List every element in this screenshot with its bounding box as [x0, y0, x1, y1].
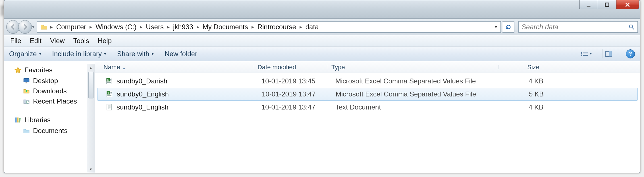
desktop-icon: [23, 77, 30, 85]
organize-button[interactable]: Organize▼: [9, 50, 42, 58]
sidebar-item-downloads[interactable]: Downloads: [12, 86, 87, 96]
svg-rect-6: [581, 52, 582, 53]
svg-rect-11: [583, 55, 588, 56]
preview-pane-button[interactable]: [603, 49, 614, 58]
file-size: 4 KB: [502, 103, 554, 111]
svg-rect-7: [581, 53, 582, 54]
breadcrumb-sep[interactable]: ▸: [167, 24, 170, 30]
breadcrumb-item[interactable]: Users: [143, 22, 167, 32]
svg-rect-31: [107, 95, 111, 96]
file-row[interactable]: sundby0_English10-01-2019 13:47Text Docu…: [97, 101, 638, 114]
column-type[interactable]: Type: [328, 64, 498, 71]
text-file-icon: [105, 103, 113, 111]
svg-point-4: [630, 25, 633, 28]
menu-help[interactable]: Help: [94, 36, 116, 46]
breadcrumb-item[interactable]: Computer: [53, 22, 89, 32]
svg-rect-35: [108, 108, 110, 108]
scroll-thumb[interactable]: [88, 72, 94, 98]
back-button[interactable]: [6, 20, 20, 34]
maximize-button[interactable]: [598, 0, 616, 9]
svg-text:X: X: [107, 79, 109, 81]
search-input[interactable]: Search data: [518, 21, 638, 33]
sidebar-item-label: Recent Places: [33, 97, 77, 105]
sort-indicator-icon: ▴: [123, 66, 125, 70]
breadcrumb-item[interactable]: My Documents: [200, 22, 251, 32]
svg-rect-29: [111, 92, 112, 93]
include-in-library-button[interactable]: Include in library▼: [52, 50, 107, 58]
minimize-button[interactable]: [579, 0, 598, 9]
column-headers: Name▴ Date modified Type Size: [95, 62, 640, 73]
breadcrumb-sep[interactable]: ▸: [251, 24, 255, 30]
scroll-down-icon[interactable]: ▼: [89, 166, 93, 173]
file-date: 10-01-2019 13:47: [258, 90, 332, 98]
titlebar: [4, 0, 640, 19]
file-row[interactable]: Xsundby0_Danish10-01-2019 13:45Microsoft…: [97, 75, 638, 88]
nav-buttons: ▼: [6, 20, 35, 34]
address-bar[interactable]: ▸ Computer ▸ Windows (C:) ▸ Users ▸ jkh9…: [37, 21, 501, 33]
libraries-icon: [14, 116, 22, 124]
excel-csv-icon: X: [105, 77, 113, 85]
sidebar-libraries[interactable]: Libraries: [12, 114, 87, 126]
breadcrumb-sep[interactable]: ▸: [196, 24, 200, 30]
svg-rect-8: [581, 55, 582, 56]
breadcrumb-sep[interactable]: ▸: [299, 24, 303, 30]
scroll-up-icon[interactable]: ▲: [89, 64, 93, 71]
svg-rect-1: [605, 3, 609, 7]
sidebar: Favorites Desktop Downloads Recent Place…: [4, 62, 95, 173]
menu-view[interactable]: View: [46, 36, 69, 46]
forward-button[interactable]: [18, 20, 32, 34]
svg-rect-24: [110, 81, 112, 81]
file-type: Text Document: [332, 103, 502, 111]
menu-tools[interactable]: Tools: [69, 36, 93, 46]
sidebar-item-label: Downloads: [33, 87, 67, 95]
breadcrumb-item[interactable]: Windows (C:): [93, 22, 139, 32]
breadcrumb-item[interactable]: Rintrocourse: [255, 22, 299, 32]
svg-rect-32: [107, 104, 111, 110]
breadcrumb-item[interactable]: jkh933: [170, 22, 196, 32]
menu-file[interactable]: File: [6, 36, 25, 46]
column-name[interactable]: Name▴: [95, 64, 254, 71]
view-options-button[interactable]: ▼: [581, 49, 592, 58]
file-row[interactable]: Xsundby0_English10-01-2019 13:47Microsof…: [97, 88, 638, 101]
svg-rect-17: [15, 117, 16, 122]
svg-rect-25: [107, 82, 111, 83]
share-with-button[interactable]: Share with▼: [117, 50, 154, 58]
address-dropdown[interactable]: ▾: [493, 24, 499, 30]
file-name: sundby0_Danish: [117, 77, 167, 85]
svg-rect-19: [18, 118, 20, 123]
svg-rect-14: [24, 78, 29, 82]
column-size[interactable]: Size: [498, 64, 550, 71]
breadcrumb-sep[interactable]: ▸: [89, 24, 93, 30]
column-date[interactable]: Date modified: [254, 64, 328, 71]
svg-rect-34: [108, 107, 110, 107]
file-list: Name▴ Date modified Type Size Xsundby0_D…: [95, 62, 640, 173]
svg-rect-10: [583, 54, 588, 54]
menu-bar: File Edit View Tools Help: [4, 35, 640, 47]
file-type: Microsoft Excel Comma Separated Values F…: [332, 90, 503, 98]
refresh-button[interactable]: [502, 21, 514, 33]
sidebar-favorites[interactable]: Favorites: [12, 64, 87, 76]
sidebar-label: Favorites: [24, 66, 53, 74]
close-button[interactable]: [616, 0, 639, 9]
sidebar-item-documents[interactable]: Documents: [12, 126, 87, 136]
new-folder-button[interactable]: New folder: [165, 50, 197, 58]
svg-rect-18: [17, 117, 18, 122]
folder-icon: [40, 23, 48, 31]
breadcrumb-item[interactable]: data: [303, 22, 322, 32]
file-size: 4 KB: [502, 77, 554, 85]
help-button[interactable]: ?: [626, 49, 635, 58]
recent-icon: [23, 98, 30, 105]
menu-edit[interactable]: Edit: [26, 36, 45, 46]
sidebar-scrollbar[interactable]: ▲ ▼: [87, 64, 95, 173]
sidebar-item-desktop[interactable]: Desktop: [12, 76, 87, 86]
search-placeholder: Search data: [522, 23, 628, 31]
svg-text:X: X: [107, 92, 109, 94]
breadcrumb-sep[interactable]: ▸: [139, 24, 143, 30]
sidebar-item-label: Desktop: [33, 77, 58, 85]
explorer-window: ▼ ▸ Computer ▸ Windows (C:) ▸ Users ▸ jk…: [4, 0, 640, 173]
breadcrumb-sep[interactable]: ▸: [50, 24, 53, 30]
nav-recent-dropdown[interactable]: ▼: [31, 25, 35, 29]
file-name: sundby0_English: [117, 90, 169, 98]
sidebar-item-recent-places[interactable]: Recent Places: [12, 96, 87, 106]
file-type: Microsoft Excel Comma Separated Values F…: [332, 77, 502, 85]
